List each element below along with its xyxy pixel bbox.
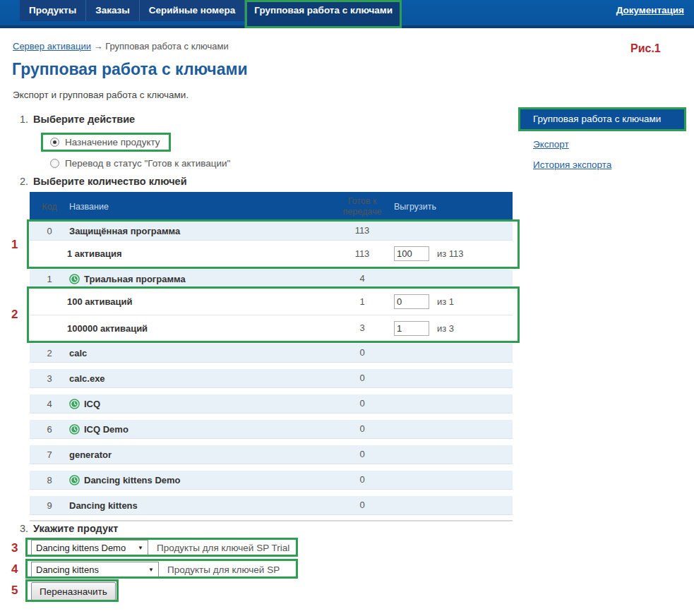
product-name-cell: calc.exe: [69, 373, 330, 384]
product-code: 9: [30, 500, 69, 511]
annotation-number-4: 4: [11, 562, 18, 576]
product-name: Триальная программа: [84, 274, 186, 284]
trial-product-select-row: Dancing kittens Demo ▼ Продукты для ключ…: [31, 540, 289, 556]
table-row-product: 0 Защищённая программа 113: [30, 222, 513, 241]
trial-product-select[interactable]: Dancing kittens Demo ▼: [31, 540, 148, 556]
ready-count: 0: [330, 423, 394, 435]
product-code: 6: [30, 424, 69, 435]
section-1-number: 1.: [20, 114, 28, 125]
select-value: Dancing kittens: [36, 564, 99, 575]
product-code: 3: [30, 373, 69, 384]
ready-count: 0: [330, 474, 394, 485]
sidebar-item-export[interactable]: Экспорт: [533, 139, 569, 150]
sidebar-active-item-wrap: Групповая работа с ключами: [518, 107, 686, 131]
select-value: Dancing kittens Demo: [36, 543, 126, 553]
sidebar-item-export-history[interactable]: История экспорта: [533, 159, 611, 170]
keys-table: Код Название Готов к передаче Выгрузить …: [30, 192, 513, 521]
product-name: ICQ Demo: [84, 424, 128, 435]
annotation-number-1: 1: [11, 238, 18, 252]
table-row-activation: 100 активаций 1 из 1: [30, 289, 513, 315]
radio-option-ready-status[interactable]: Перевод в статус "Готов к активации": [50, 158, 230, 169]
product-name-cell: calc: [69, 348, 330, 358]
section-1-title: Выберите действие: [33, 114, 135, 125]
table-row-activation: 1 активация 113 из 113: [30, 241, 513, 267]
ready-count: 0: [330, 449, 394, 460]
product-code: 2: [30, 348, 69, 358]
breadcrumb: Сервер активации → Групповая работа с кл…: [13, 41, 229, 52]
table-row-product: 7 generator 0: [30, 445, 513, 464]
product-name-cell: ICQ: [69, 399, 330, 409]
product-select[interactable]: Dancing kittens ▼: [31, 562, 159, 578]
nav-tabs: Продукты Заказы Серийные номера Группова…: [20, 0, 402, 28]
activation-name: 100000 активаций: [30, 323, 330, 334]
section-2-heading: 2.Выберите количество ключей: [20, 176, 187, 187]
ready-count: 1: [330, 296, 394, 308]
ready-count: 4: [330, 273, 394, 284]
product-code: 7: [30, 449, 69, 460]
chevron-down-icon: ▼: [148, 562, 154, 577]
of-total-label: из 113: [437, 248, 464, 259]
radio-option-label: Перевод в статус "Готов к активации": [65, 158, 230, 169]
product-name-cell: Dancing kittens Demo: [69, 475, 330, 485]
product-name: Dancing kittens Demo: [84, 475, 181, 485]
upload-quantity-input[interactable]: [394, 246, 429, 261]
product-code: 8: [30, 475, 69, 485]
table-bottom-border: [30, 520, 513, 521]
table-row-product: 4 ICQ 0: [30, 394, 513, 413]
upload-quantity-input[interactable]: [394, 321, 429, 336]
product-name: calc: [69, 348, 87, 358]
upload-cell: из 1: [394, 294, 513, 309]
ready-count: 3: [330, 322, 394, 334]
product-code: 0: [30, 226, 69, 236]
table-row-product: 9 Dancing kittens 0: [30, 496, 513, 515]
ready-count: 113: [330, 248, 394, 260]
page-title: Групповая работа с ключами: [12, 60, 248, 79]
chevron-down-icon: ▼: [138, 540, 143, 555]
header-upload: Выгрузить: [394, 202, 513, 212]
product-name-cell: generator: [69, 449, 330, 460]
breadcrumb-current: Групповая работа с ключами: [105, 41, 229, 52]
header-name: Название: [69, 202, 330, 212]
radio-unselected-icon[interactable]: [50, 159, 59, 168]
upload-cell: из 3: [394, 321, 513, 336]
sidebar-item-group-key-work[interactable]: Групповая работа с ключами: [520, 109, 684, 129]
of-total-label: из 3: [437, 323, 454, 334]
trial-clock-icon: [69, 399, 80, 409]
product-name-cell: Триальная программа: [69, 274, 330, 284]
ready-count: 0: [330, 500, 394, 511]
radio-option-assign-product[interactable]: Назначение продукту: [41, 133, 171, 152]
tab-orders[interactable]: Заказы: [85, 0, 139, 21]
table-row-product: 2 calc 0: [30, 344, 513, 363]
product-select-row: Dancing kittens ▼ Продукты для ключей SP: [31, 562, 280, 578]
ready-count: 0: [330, 398, 394, 409]
product-name-cell: Защищённая программа: [69, 226, 330, 236]
radio-selected-icon[interactable]: [50, 138, 59, 147]
documentation-link[interactable]: Документация: [616, 0, 684, 21]
of-total-label: из 1: [437, 296, 454, 307]
activation-name: 100 активаций: [30, 296, 330, 307]
tab-products[interactable]: Продукты: [20, 0, 85, 21]
radio-option-label: Назначение продукту: [65, 137, 160, 147]
upload-quantity-input[interactable]: [394, 294, 429, 309]
section-3-number: 3.: [20, 523, 28, 534]
section-3-heading: 3.Укажите продукт: [20, 523, 118, 534]
trial-clock-icon: [69, 475, 80, 485]
product-name: Защищённая программа: [69, 226, 180, 236]
reassign-button[interactable]: Переназначить: [31, 582, 116, 600]
table-header: Код Название Готов к передаче Выгрузить: [30, 192, 513, 222]
table-body: 0 Защищённая программа 113 1 активация 1…: [30, 222, 513, 515]
tab-serial-numbers[interactable]: Серийные номера: [139, 0, 245, 21]
ready-count: 0: [330, 373, 394, 384]
product-name-cell: ICQ Demo: [69, 424, 330, 435]
breadcrumb-home-link[interactable]: Сервер активации: [13, 41, 91, 52]
annotation-number-2: 2: [11, 308, 18, 322]
page: Продукты Заказы Серийные номера Группова…: [0, 0, 694, 616]
annotation-number-3: 3: [11, 541, 18, 555]
product-name: calc.exe: [69, 373, 105, 384]
header-code: Код: [30, 202, 69, 212]
product-name-cell: Dancing kittens: [69, 500, 330, 511]
tab-group-key-work[interactable]: Групповая работа с ключами: [244, 0, 402, 28]
table-row-product: 8 Dancing kittens Demo 0: [30, 471, 513, 490]
table-row-activation: 100000 активаций 3 из 3: [30, 315, 513, 341]
page-subtitle: Экспорт и групповая работа с ключами.: [13, 90, 189, 100]
